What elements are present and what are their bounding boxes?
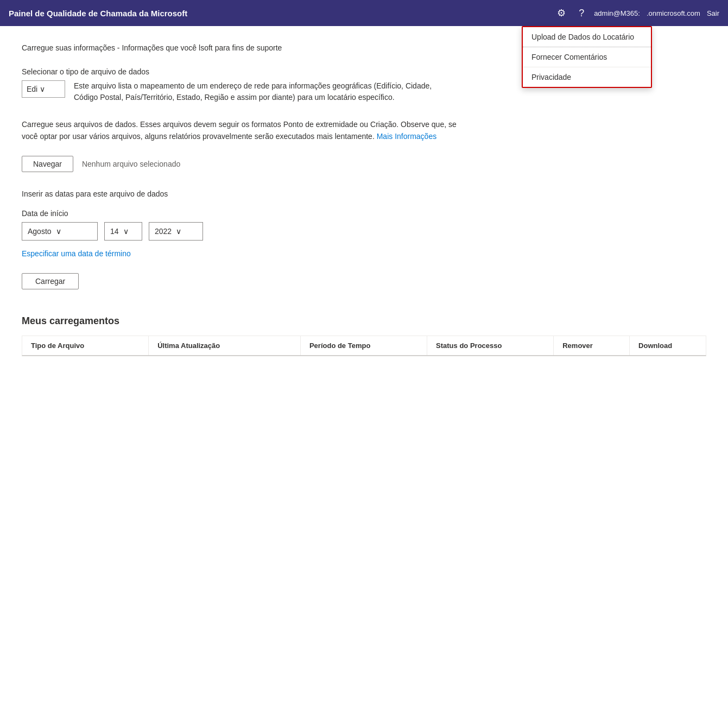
header-actions: ⚙ ? admin@M365: .onmicrosoft.com Sair — [554, 5, 719, 21]
user-email: admin@M365: — [594, 9, 640, 17]
intro-text: Carregue suas informações - Informações … — [22, 43, 467, 52]
day-chevron-icon: ∨ — [123, 227, 129, 236]
table-col-download: Download — [630, 336, 706, 355]
main-content: Carregue suas informações - Informações … — [0, 26, 728, 727]
upload-instructions: Carregue seus arquivos de dados. Esses a… — [22, 118, 467, 143]
gear-button[interactable]: ⚙ — [554, 5, 569, 21]
day-select[interactable]: 14 ∨ — [104, 222, 142, 241]
table-col-last-update: Última Atualização — [149, 336, 301, 355]
dropdown-item-privacy[interactable]: Privacidade — [523, 67, 651, 87]
signout-button[interactable]: Sair — [707, 9, 719, 17]
user-domain: .onmicrosoft.com — [647, 9, 700, 17]
file-type-description: Este arquivo lista o mapeamento de um en… — [74, 80, 454, 103]
month-select[interactable]: Agosto ∨ — [22, 222, 98, 241]
browse-row: Navegar Nenhum arquivo selecionado — [22, 156, 706, 172]
day-value: 14 — [110, 227, 119, 236]
year-select[interactable]: 2022 ∨ — [149, 222, 203, 241]
start-date-label: Data de início — [22, 209, 706, 218]
upload-button[interactable]: Carregar — [22, 273, 79, 289]
table-col-time-period: Período de Tempo — [301, 336, 427, 355]
my-uploads-title: Meus carregamentos — [22, 315, 706, 327]
browse-button[interactable]: Navegar — [22, 156, 73, 172]
file-type-select-value: Edi — [27, 85, 37, 93]
dropdown-item-upload[interactable]: Upload de Dados do Locatário — [523, 27, 651, 47]
chevron-down-icon: ∨ — [40, 85, 45, 93]
date-section-label: Inserir as datas para este arquivo de da… — [22, 189, 706, 198]
dropdown-item-feedback[interactable]: Fornecer Comentários — [523, 47, 651, 67]
help-button[interactable]: ? — [575, 5, 587, 21]
date-row: Agosto ∨ 14 ∨ 2022 ∨ — [22, 222, 706, 241]
settings-dropdown: Upload de Dados do Locatário Fornecer Co… — [522, 26, 652, 88]
file-type-select[interactable]: Edi ∨ — [22, 80, 65, 98]
app-title: Painel de Qualidade de Chamada da Micros… — [9, 9, 554, 18]
no-file-selected-text: Nenhum arquivo selecionado — [82, 160, 180, 168]
intro-text-part2: lsoft para fins de suporte — [199, 43, 282, 52]
intro-text-part1: Carregue suas informações - Informações … — [22, 43, 197, 52]
month-chevron-icon: ∨ — [56, 227, 61, 236]
table-col-remove: Remover — [554, 336, 630, 355]
year-value: 2022 — [155, 227, 172, 236]
more-info-link[interactable]: Mais Informações — [377, 132, 436, 141]
month-value: Agosto — [28, 227, 52, 236]
year-chevron-icon: ∨ — [176, 227, 181, 236]
table-col-process-status: Status do Processo — [427, 336, 554, 355]
app-header: Painel de Qualidade de Chamada da Micros… — [0, 0, 728, 26]
uploads-table-header: Tipo de Arquivo Última Atualização Perío… — [22, 336, 706, 356]
end-date-link[interactable]: Especificar uma data de término — [22, 249, 706, 258]
table-col-file-type: Tipo de Arquivo — [22, 336, 149, 355]
